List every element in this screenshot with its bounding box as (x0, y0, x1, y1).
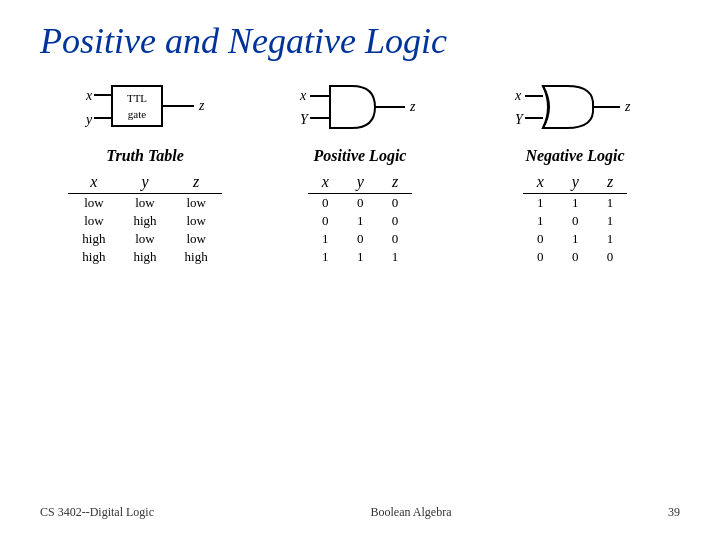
table-cell: 1 (523, 212, 558, 230)
pl-th-x: x (308, 171, 343, 194)
table-cell: 1 (343, 212, 378, 230)
positive-logic-body: 000010100111 (308, 194, 413, 267)
table-cell: 1 (523, 194, 558, 213)
ttl-gate-svg: TTL gate z (94, 80, 204, 135)
positive-logic-table: x y z 000010100111 (308, 171, 413, 266)
table-cell: 0 (378, 194, 413, 213)
or-input-y: Y (515, 112, 523, 128)
table-cell: high (119, 212, 170, 230)
and-input-y: Y (300, 112, 308, 128)
table-cell: high (68, 248, 119, 266)
or-input-x: x (515, 88, 523, 104)
table-cell: 0 (378, 212, 413, 230)
table-cell: 0 (593, 248, 628, 266)
svg-text:z: z (624, 99, 631, 114)
th-y: y (119, 171, 170, 194)
table-cell: 0 (308, 212, 343, 230)
table-cell: 1 (343, 248, 378, 266)
and-gate-diagram: x Y z (300, 80, 420, 135)
or-gate-diagram: x Y z (515, 80, 635, 135)
and-gate-svg: z (310, 80, 420, 135)
truth-table-body: lowlowlowlowhighlowhighlowlowhighhighhig… (68, 194, 221, 267)
table-row: 111 (523, 194, 628, 213)
table-cell: low (68, 212, 119, 230)
and-input-x: x (300, 88, 308, 104)
table-cell: 1 (558, 194, 593, 213)
section-truth-table: x y TTL gate z Truth Table (40, 80, 250, 497)
pl-th-z: z (378, 171, 413, 194)
truth-table: x y z lowlowlowlowhighlowhighlowlowhighh… (68, 171, 221, 266)
table-cell: low (171, 230, 222, 248)
table-cell: 0 (343, 230, 378, 248)
negative-logic-title: Negative Logic (525, 147, 624, 165)
table-cell: 1 (558, 230, 593, 248)
negative-logic-header: x y z (523, 171, 628, 194)
table-row: 100 (308, 230, 413, 248)
table-cell: low (171, 212, 222, 230)
table-row: 000 (523, 248, 628, 266)
table-cell: high (68, 230, 119, 248)
table-row: 111 (308, 248, 413, 266)
positive-logic-header: x y z (308, 171, 413, 194)
table-cell: 0 (308, 194, 343, 213)
table-row: 101 (523, 212, 628, 230)
table-cell: 1 (593, 230, 628, 248)
footer: CS 3402--Digital Logic Boolean Algebra 3… (40, 505, 680, 520)
table-cell: 1 (593, 194, 628, 213)
table-cell: 1 (378, 248, 413, 266)
ttl-input-y: y (86, 112, 92, 128)
or-input-labels: x Y (515, 88, 523, 128)
table-cell: 0 (523, 230, 558, 248)
table-row: 010 (308, 212, 413, 230)
table-row: lowhighlow (68, 212, 221, 230)
table-cell: low (119, 230, 170, 248)
table-row: lowlowlow (68, 194, 221, 213)
nl-th-x: x (523, 171, 558, 194)
table-cell: 0 (558, 212, 593, 230)
table-cell: low (119, 194, 170, 213)
table-cell: low (171, 194, 222, 213)
table-row: 011 (523, 230, 628, 248)
footer-right: 39 (668, 505, 680, 520)
nl-th-y: y (558, 171, 593, 194)
positive-logic-title: Positive Logic (314, 147, 407, 165)
footer-center: Boolean Algebra (371, 505, 452, 520)
table-cell: 1 (593, 212, 628, 230)
table-cell: 0 (523, 248, 558, 266)
page: Positive and Negative Logic x y TTL gate (0, 0, 720, 540)
section-negative-logic: x Y z Negative Logic (470, 80, 680, 497)
ttl-input-labels: x y (86, 88, 92, 128)
section-positive-logic: x Y z Positive Logic (255, 80, 465, 497)
negative-logic-body: 111101011000 (523, 194, 628, 267)
ttl-input-x: x (86, 88, 92, 104)
table-cell: 0 (343, 194, 378, 213)
table-cell: low (68, 194, 119, 213)
th-x: x (68, 171, 119, 194)
main-content: x y TTL gate z Truth Table (40, 80, 680, 497)
table-cell: 1 (308, 230, 343, 248)
or-gate-svg: z (525, 80, 635, 135)
table-row: highlowlow (68, 230, 221, 248)
table-cell: high (119, 248, 170, 266)
svg-text:gate: gate (128, 108, 146, 120)
ttl-gate-diagram: x y TTL gate z (86, 80, 204, 135)
pl-th-y: y (343, 171, 378, 194)
svg-text:z: z (409, 99, 416, 114)
truth-table-title: Truth Table (106, 147, 184, 165)
th-z: z (171, 171, 222, 194)
footer-left: CS 3402--Digital Logic (40, 505, 154, 520)
truth-table-header: x y z (68, 171, 221, 194)
table-cell: 1 (308, 248, 343, 266)
table-row: 000 (308, 194, 413, 213)
and-input-labels: x Y (300, 88, 308, 128)
table-cell: 0 (378, 230, 413, 248)
page-title: Positive and Negative Logic (40, 20, 680, 62)
table-cell: 0 (558, 248, 593, 266)
negative-logic-table: x y z 111101011000 (523, 171, 628, 266)
svg-text:TTL: TTL (127, 92, 147, 104)
nl-th-z: z (593, 171, 628, 194)
svg-text:z: z (198, 98, 204, 113)
table-cell: high (171, 248, 222, 266)
table-row: highhighhigh (68, 248, 221, 266)
